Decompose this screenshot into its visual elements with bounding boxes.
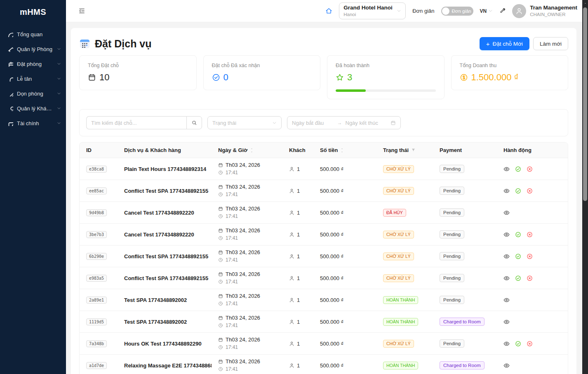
amount: 500.000 ₫: [313, 210, 376, 216]
sidebar-item-dat-phong[interactable]: Đặt phòng: [0, 56, 66, 71]
view-eye-icon[interactable]: [503, 166, 510, 172]
calendar-icon: [390, 120, 396, 126]
status-tag: CHỜ XỬ LÝ: [383, 340, 414, 348]
guest-icon: [289, 276, 294, 281]
sorter-icon[interactable]: [340, 147, 344, 153]
search-input[interactable]: [86, 116, 186, 129]
page-panel: Đặt Dịch vụ + Đặt chỗ Mới Làm mới Tổng Đ…: [71, 28, 576, 374]
reject-close-circle-icon[interactable]: [527, 231, 533, 238]
scrollbar-up-arrow[interactable]: [582, 0, 588, 7]
table-row[interactable]: e38ca8 Plain Text Hours 1774348892314 Th…: [80, 158, 568, 180]
tool-icon[interactable]: [499, 8, 506, 14]
sorter-icon[interactable]: [250, 147, 254, 153]
menu-fold-icon[interactable]: [78, 7, 85, 14]
stat-value: 3: [347, 72, 352, 83]
calendar-icon: [218, 228, 223, 233]
toggle-knob: [442, 7, 449, 15]
reject-close-circle-icon[interactable]: [527, 275, 533, 281]
view-eye-icon[interactable]: [503, 341, 510, 347]
view-eye-icon[interactable]: [503, 231, 510, 238]
page-title: Đặt Dịch vụ: [95, 38, 152, 50]
view-eye-icon[interactable]: [503, 297, 510, 303]
view-eye-icon[interactable]: [503, 275, 510, 281]
filter-bar: Trạng thái Ngày bắt đầu → Ngày kết thúc: [79, 109, 568, 136]
approve-check-circle-icon[interactable]: [515, 341, 521, 347]
reject-close-circle-icon[interactable]: [527, 253, 533, 259]
simple-mode-toggle[interactable]: Đơn giản: [441, 7, 473, 16]
status-tag: CHỜ XỬ LÝ: [383, 187, 414, 195]
booking-id-tag: 7a348b: [86, 340, 107, 347]
payment-tag: Charged to Room: [440, 318, 485, 326]
booking-id-tag: ee85ac: [86, 187, 107, 194]
view-eye-icon[interactable]: [503, 210, 510, 216]
calendar-icon: [88, 73, 96, 82]
date-end-placeholder: Ngày kết thúc: [346, 120, 388, 126]
user-name: Tran Management: [530, 4, 577, 12]
search-button[interactable]: [186, 116, 202, 129]
sidebar-item-don-phong[interactable]: Dọn phòng: [0, 86, 66, 101]
status-filter-select[interactable]: Trạng thái: [207, 116, 282, 129]
topbar: Grand Hotel Hanoi Hanoi Đơn giản Đơn giả…: [66, 0, 588, 22]
view-eye-icon[interactable]: [503, 253, 510, 259]
approve-check-circle-icon[interactable]: [515, 253, 521, 259]
reject-close-circle-icon[interactable]: [527, 188, 533, 194]
approve-check-circle-icon[interactable]: [515, 231, 521, 238]
calendar-icon: [218, 294, 223, 299]
status-tag: CHỜ XỬ LÝ: [383, 252, 414, 260]
sidebar-item-tong-quan[interactable]: Tổng quan: [0, 27, 66, 42]
booking-time: 17:41: [226, 257, 238, 264]
table-row[interactable]: 9d49b8 Cancel Test 1774348892220 Th03 24…: [80, 202, 568, 224]
col-status[interactable]: Trạng thái: [376, 147, 433, 153]
table-row[interactable]: ee85ac Conflict Test SPA 1774348892155 T…: [80, 180, 568, 202]
table-row[interactable]: 7a348b Hours OK Test 1774348892290 Th03 …: [80, 333, 568, 355]
service-name: Plain Text Hours 1774348892314: [118, 166, 212, 172]
booking-date: Th03 24, 2026: [226, 358, 260, 366]
table-row[interactable]: 1119d5 Test SPA 1774348892002 Th03 24, 2…: [80, 311, 568, 333]
user-menu[interactable]: Tran Management CHAIN_OWNER: [512, 4, 577, 18]
table-row[interactable]: 3be7b3 Cancel Test 1774348892220 Th03 24…: [80, 224, 568, 245]
table-row[interactable]: a1d7de Relaxing Massage E2E 177434886835…: [80, 355, 568, 374]
view-eye-icon[interactable]: [503, 362, 510, 369]
sidebar-item-quan-ly-khach[interactable]: Quản lý Khách ...: [0, 101, 66, 116]
table-row[interactable]: 6b290e Conflict Test SPA 1774348892155 T…: [80, 245, 568, 267]
home-icon[interactable]: [325, 7, 332, 14]
view-eye-icon[interactable]: [503, 319, 510, 325]
booking-date: Th03 24, 2026: [226, 183, 260, 191]
reject-close-circle-icon[interactable]: [527, 166, 533, 172]
clock-icon: [218, 345, 223, 350]
col-amount[interactable]: Số tiền: [313, 147, 376, 153]
status-tag: HOÀN THÀNH: [383, 296, 418, 304]
reject-close-circle-icon[interactable]: [527, 341, 533, 347]
simple-mode-label: Đơn giản: [412, 8, 434, 14]
hotel-selector[interactable]: Grand Hotel Hanoi Hanoi: [339, 2, 406, 19]
amount: 500.000 ₫: [313, 231, 376, 238]
sidebar-item-le-tan[interactable]: Lễ tân: [0, 71, 66, 86]
new-booking-button[interactable]: + Đặt chỗ Mới: [480, 37, 529, 50]
tool-icon: [7, 91, 13, 96]
date-range-picker[interactable]: Ngày bắt đầu → Ngày kết thúc: [287, 116, 401, 129]
scrollbar-thumb[interactable]: [583, 7, 587, 201]
approve-check-circle-icon[interactable]: [515, 166, 521, 172]
calendar-icon: [218, 206, 223, 211]
guest-count: 1: [297, 341, 300, 347]
refresh-button[interactable]: Làm mới: [533, 37, 568, 50]
table-row[interactable]: 2a89e1 Test SPA 1774348892002 Th03 24, 2…: [80, 289, 568, 311]
service-name: Cancel Test 1774348892220: [118, 231, 212, 238]
clock-icon: [218, 279, 223, 284]
language-selector[interactable]: VN: [480, 8, 493, 14]
filter-funnel-icon[interactable]: [411, 148, 416, 152]
sidebar-item-quan-ly-phong[interactable]: Quản lý Phòng: [0, 42, 66, 56]
booking-time: 17:41: [226, 169, 238, 176]
calendar-icon: [218, 163, 223, 168]
approve-check-circle-icon[interactable]: [515, 188, 521, 194]
service-booking-icon: [79, 38, 90, 49]
scrollbar[interactable]: [582, 0, 588, 374]
sidebar-item-label: Quản lý Phòng: [17, 46, 53, 52]
approve-check-circle-icon[interactable]: [515, 275, 521, 281]
amount: 500.000 ₫: [313, 319, 376, 325]
sidebar-item-label: Đặt phòng: [17, 61, 53, 67]
sidebar-item-tai-chinh[interactable]: Tài chính: [0, 116, 66, 131]
col-datetime[interactable]: Ngày & Giờ: [212, 147, 282, 153]
table-row[interactable]: e983a5 Conflict Test SPA 1774348892155 T…: [80, 267, 568, 289]
view-eye-icon[interactable]: [503, 188, 510, 194]
